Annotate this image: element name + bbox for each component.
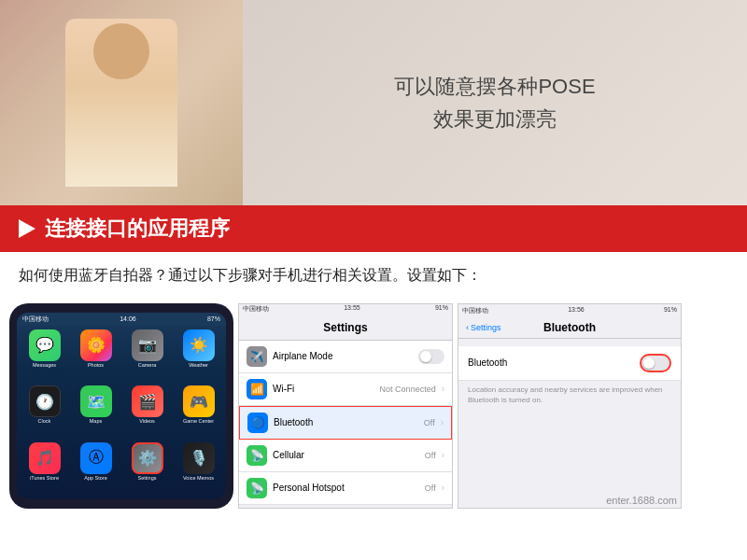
app-appstore[interactable]: Ⓐ App Store	[72, 442, 120, 496]
cellular-arrow: ›	[442, 450, 444, 460]
settings-airplane-row[interactable]: ✈️ Airplane Mode	[239, 341, 452, 373]
phone1-icons-grid: 💬 Messages 🌼 Photos 📷 Camera ☀️ Weather	[17, 326, 226, 499]
hotspot-icon: 📡	[247, 478, 267, 498]
photo-figure	[65, 19, 177, 187]
iphone-screen: 中国移动 14:06 87% 💬 Messages 🌼 Photos 📷	[17, 313, 226, 499]
videos-icon: 🎬	[132, 385, 163, 417]
settings-bluetooth-row[interactable]: 🔵 Bluetooth Off ›	[239, 406, 452, 440]
app-settings[interactable]: ⚙️ Settings	[123, 442, 171, 496]
bluetooth-value: Off	[424, 418, 435, 427]
airplane-toggle[interactable]	[418, 349, 444, 364]
itunes-label: iTunes Store	[30, 475, 59, 481]
maps-icon: 🗺️	[80, 385, 112, 417]
gamecenter-icon: 🎮	[183, 385, 215, 417]
messages-icon: 💬	[29, 329, 61, 361]
wifi-value: Not Connected	[380, 385, 436, 394]
phone2-time: 13:55	[344, 304, 360, 314]
videos-label: Videos	[139, 418, 155, 424]
app-maps[interactable]: 🗺️ Maps	[72, 385, 120, 439]
photos-icon: 🌼	[80, 329, 112, 361]
bt-description: Location accuracy and nearby services ar…	[458, 381, 681, 409]
settings-label: Settings	[138, 475, 157, 481]
settings-icon: ⚙️	[132, 442, 163, 474]
photos-label: Photos	[88, 362, 104, 368]
phone1-carrier: 中国移动	[22, 315, 49, 324]
phone2-title: Settings	[239, 315, 452, 341]
bluetooth-label: Bluetooth	[274, 417, 418, 427]
section-banner: 连接接口的应用程序	[0, 205, 747, 252]
settings-wifi-row[interactable]: 📶 Wi-Fi Not Connected ›	[239, 373, 452, 406]
cellular-label: Cellular	[273, 450, 419, 460]
play-icon	[19, 219, 35, 238]
phone1-time: 14:06	[120, 315, 136, 322]
bluetooth-arrow: ›	[441, 417, 444, 427]
bt-toggle[interactable]	[640, 354, 671, 372]
phone2-status-bar: 中国移动 13:55 91%	[239, 304, 452, 315]
screenshots-row: 中国移动 14:06 87% 💬 Messages 🌼 Photos 📷	[0, 303, 747, 509]
cellular-value: Off	[425, 451, 436, 460]
phone3-time: 13:56	[568, 306, 585, 315]
app-voicememos[interactable]: 🎙️ Voice Memos	[175, 442, 222, 496]
app-clock[interactable]: 🕐 Clock	[21, 385, 68, 439]
app-messages[interactable]: 💬 Messages	[21, 329, 68, 383]
wifi-icon: 📶	[247, 379, 267, 399]
hotspot-label: Personal Hotspot	[273, 483, 419, 493]
clock-icon: 🕐	[29, 385, 61, 417]
app-gamecenter[interactable]: 🎮 Game Center	[175, 385, 222, 439]
phone3-carrier: 中国移动	[462, 306, 488, 315]
airplane-icon: ✈️	[247, 346, 267, 367]
cellular-icon: 📡	[247, 445, 267, 466]
banner-label: 连接接口的应用程序	[45, 215, 230, 243]
airplane-label: Airplane Mode	[273, 351, 413, 361]
top-section: 可以随意摆各种POSE 效果更加漂亮	[0, 0, 747, 205]
top-photo	[0, 0, 243, 205]
gamecenter-label: Game Center	[183, 418, 214, 424]
voicememos-label: Voice Memos	[183, 475, 214, 481]
wifi-label: Wi-Fi	[273, 384, 374, 394]
description-text: 如何使用蓝牙自拍器？通过以下步骤对手机进行相关设置。设置如下：	[0, 252, 747, 299]
wifi-arrow: ›	[442, 384, 444, 394]
camera-label: Camera	[138, 362, 157, 368]
bt-screen-title: Bluetooth	[543, 321, 596, 334]
bluetooth-icon: 🔵	[247, 413, 268, 433]
appstore-label: App Store	[84, 475, 106, 481]
bt-back-label: Settings	[471, 323, 501, 332]
back-chevron-icon: ‹	[466, 323, 469, 332]
itunes-icon: 🎵	[29, 442, 61, 474]
hotspot-value: Off	[425, 483, 436, 493]
maps-label: Maps	[90, 418, 102, 424]
app-camera[interactable]: 📷 Camera	[123, 329, 171, 383]
app-videos[interactable]: 🎬 Videos	[123, 385, 171, 439]
weather-icon: ☀️	[183, 329, 215, 361]
app-itunes[interactable]: 🎵 iTunes Store	[21, 442, 68, 496]
camera-icon: 📷	[132, 329, 163, 361]
clock-label: Clock	[38, 418, 51, 424]
hotspot-arrow: ›	[442, 483, 444, 493]
phone3-battery: 91%	[664, 306, 677, 315]
bt-item-label: Bluetooth	[468, 357, 634, 368]
bluetooth-detail-screen: 中国移动 13:56 91% ‹ Settings Bluetooth Blue…	[458, 303, 682, 509]
screenshots-wrapper: 中国移动 14:06 87% 💬 Messages 🌼 Photos 📷	[9, 303, 682, 509]
phone1-status-bar: 中国移动 14:06 87%	[17, 313, 226, 326]
settings-screen: 中国移动 13:55 91% Settings ✈️ Airplane Mode…	[238, 303, 453, 509]
appstore-icon: Ⓐ	[80, 442, 112, 474]
phone2-battery: 91%	[435, 304, 448, 314]
top-chinese-text: 可以随意摆各种POSE 效果更加漂亮	[394, 70, 595, 135]
bt-nav-bar: ‹ Settings Bluetooth	[458, 317, 681, 339]
messages-label: Messages	[33, 362, 56, 368]
phone1-battery: 87%	[207, 315, 220, 322]
voicememos-icon: 🎙️	[183, 442, 215, 474]
weather-label: Weather	[189, 362, 208, 368]
phone3-status-bar: 中国移动 13:56 91%	[458, 304, 681, 317]
iphone-mockup: 中国移动 14:06 87% 💬 Messages 🌼 Photos 📷	[9, 303, 233, 509]
phone2-carrier: 中国移动	[243, 304, 269, 314]
app-photos[interactable]: 🌼 Photos	[72, 329, 120, 383]
top-text-area: 可以随意摆各种POSE 效果更加漂亮	[243, 0, 747, 205]
settings-hotspot-row[interactable]: 📡 Personal Hotspot Off ›	[239, 472, 452, 505]
watermark: enter.1688.com	[602, 493, 681, 508]
app-weather[interactable]: ☀️ Weather	[175, 329, 222, 383]
bt-back-button[interactable]: ‹ Settings	[466, 323, 501, 332]
settings-cellular-row[interactable]: 📡 Cellular Off ›	[239, 440, 452, 472]
bt-toggle-row[interactable]: Bluetooth	[458, 346, 681, 381]
